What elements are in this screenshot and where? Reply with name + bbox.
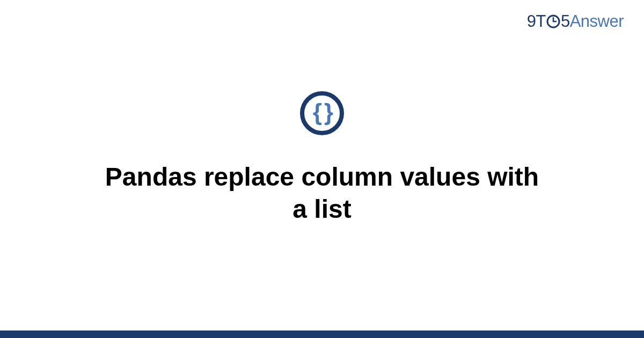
footer-accent-bar <box>0 330 644 338</box>
main-content: { } Pandas replace column values with a … <box>0 0 644 338</box>
braces-glyph: { } <box>313 100 331 124</box>
code-braces-icon: { } <box>300 91 344 135</box>
page-title: Pandas replace column values with a list <box>80 161 564 225</box>
